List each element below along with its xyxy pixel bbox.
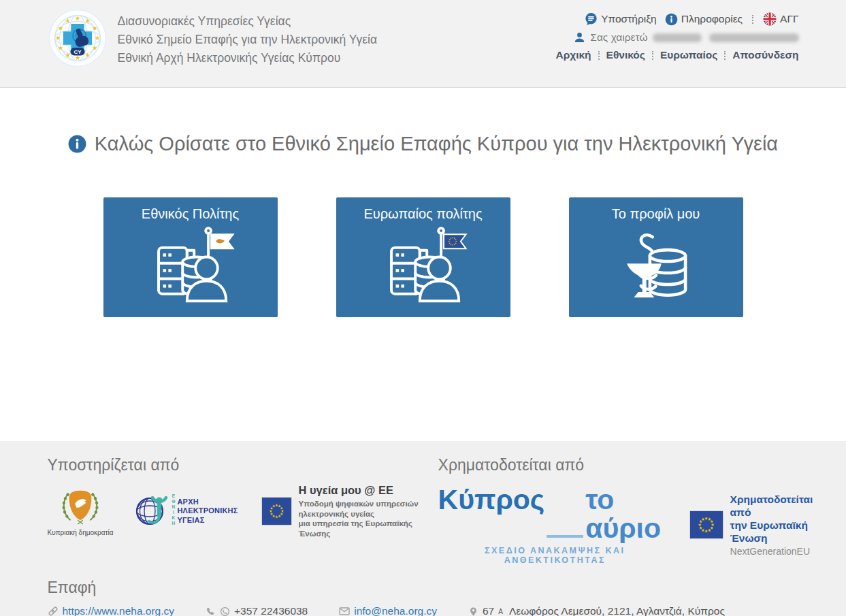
support-icon [585,12,598,26]
main-content: Καλώς Ορίσατε στο Εθνικό Σημείο Επαφής Κ… [0,88,846,441]
phone-icon [206,606,216,616]
address-item: 67ΑΛεωφόρος Λεμεσού, 2121, Αγλαντζιά, Κύ… [468,605,725,616]
card-national-citizen[interactable]: Εθνικός Πολίτης [103,197,278,317]
info-icon [665,13,678,26]
contact-title: Επαφή [48,579,799,597]
contact-row: https://www.neha.org.cy +357 22436038 [48,605,799,616]
support-label: Υποστήριξη [601,13,657,25]
info-label: Πληροφορίες [681,13,743,25]
user-greeting: Σας χαιρετώ [574,31,798,44]
myhealth-eu-subtitle: Υποδομή ψηφιακών υπηρεσιών ηλεκτρονικής … [299,499,438,519]
separator [598,51,600,60]
language-label: ΑΓΓ [780,13,798,25]
globe-person-icon [133,493,170,530]
myhealth-eu-logo: Η υγεία μου @ ΕΕ Υποδομή ψηφιακών υπηρεσ… [261,484,438,538]
brand-line-1: Διασυνοριακές Υπηρεσίες Υγείας [118,12,378,31]
myhealth-eu-title: Η υγεία μου @ ΕΕ [299,484,438,497]
brand-home-link[interactable]: CY Διασυνοριακές Υπηρεσίες Υγείας Εθνικό… [48,8,378,68]
phone-item: +357 22436038 [206,605,308,616]
my-profile-icon [609,222,703,306]
ehealth-authority-line: ΗΛΕΚΤΡΟΝΙΚΗΣ [177,506,238,516]
nav-home[interactable]: Αρχική [555,49,591,61]
site-logo-icon: CY [48,8,108,68]
cyprus-tomorrow-part1: Κύπρος [438,485,545,514]
eu-funding-line: την Ευρωπαϊκή Ένωση [730,519,822,545]
link-icon [48,606,59,616]
welcome-title: Καλώς Ορίσατε στο Εθνικό Σημείο Επαφής Κ… [95,133,778,155]
nav-european[interactable]: Ευρωπαίος [660,49,717,61]
cyprus-tomorrow-line [547,535,583,538]
website-label: https://www.neha.org.cy [63,605,175,616]
logo-country-code: CY [74,49,82,55]
website-link[interactable]: https://www.neha.org.cy [48,605,175,616]
footer: Υποστηρίζεται από [0,441,846,616]
support-link[interactable]: Υποστήριξη [585,12,657,26]
envelope-icon [339,606,350,616]
nav-national[interactable]: Εθνικός [606,49,645,61]
phone-label: +357 22436038 [234,605,308,616]
cards-row: Εθνικός Πολίτης [0,197,846,317]
ehealth-authority-logo: ΕΘΝΙΚΗ ΑΡΧΗ ΗΛΕΚΤΡΟΝΙΚΗΣ ΥΓΕΙΑΣ [133,493,238,530]
brand-line-2: Εθνικό Σημείο Επαφής για την Ηλεκτρονική… [118,31,378,49]
email-link[interactable]: info@neha.org.cy [339,605,437,616]
address-text: Λεωφόρος Λεμεσού, 2121, Αγλαντζιά, Κύπρο… [509,605,725,616]
ehealth-authority-line: ΥΓΕΙΑΣ [177,516,238,525]
cyprus-republic-caption: Κυπριακή δημοκρατία [48,529,114,536]
cyprus-tomorrow-part2: το αύριο [585,485,672,542]
phone-24h-icon [220,606,230,616]
cyprus-tomorrow-subtitle: ΣΧΕΔΙΟ ΑΝΑΚΑΜΨΗΣ ΚΑΙ ΑΝΘΕΚΤΙΚΟΤΗΤΑΣ [438,546,672,565]
info-icon [68,135,86,153]
brand-line-3: Εθνική Αρχή Ηλεκτρονικής Υγείας Κύπρου [118,49,378,67]
info-link[interactable]: Πληροφορίες [665,13,743,26]
ehealth-authority-line: ΑΡΧΗ [177,498,238,507]
myhealth-eu-subtitle: μια υπηρεσία της Ευρωπαϊκής Ένωσης [299,519,438,538]
main-nav: Αρχική Εθνικός Ευρωπαίος Αποσύνδεση [555,49,798,61]
separator [752,15,753,24]
eu-funding-logo: Χρηματοδοτείται από την Ευρωπαϊκή Ένωση … [689,493,822,557]
card-title: Εθνικός Πολίτης [103,206,278,222]
user-name-redacted [653,33,702,42]
card-title: Το προφίλ μου [569,206,743,222]
address-superscript: Α [498,608,503,615]
funded-by-title: Χρηματοδοτείται από [438,456,799,474]
card-title: Ευρωπαίος πολίτης [336,206,510,222]
cyprus-tomorrow-logo: Κύπρος το αύριο ΣΧΕΔΙΟ ΑΝΑΚΑΜΨΗΣ ΚΑΙ ΑΝΘ… [438,485,672,565]
header: CY Διασυνοριακές Υπηρεσίες Υγείας Εθνικό… [0,0,846,88]
email-label: info@neha.org.cy [354,605,437,616]
eu-flag-icon [261,497,292,525]
greeting-label: Σας χαιρετώ [590,31,647,44]
eu-flag-icon [689,510,723,539]
user-icon [574,31,585,44]
separator [724,51,726,60]
cyprus-republic-logo: Κυπριακή δημοκρατία [48,487,114,536]
ehealth-authority-vertical-label: ΕΘΝΙΚΗ [171,493,176,529]
address-number: 67 [483,605,494,616]
eu-funding-line: Χρηματοδοτείται από [730,493,822,519]
language-link[interactable]: ΑΓΓ [763,12,798,26]
eu-funding-nextgen: NextGenerationEU [730,546,822,557]
page: CY Διασυνοριακές Υπηρεσίες Υγείας Εθνικό… [0,0,846,616]
uk-flag-icon [763,12,777,26]
nav-logout[interactable]: Αποσύνδεση [732,49,798,61]
national-citizen-icon [144,222,238,306]
cyprus-coat-of-arms-icon [59,487,101,525]
separator [652,51,653,60]
header-right: Υποστήριξη Πληροφορίες [555,8,798,68]
location-pin-icon [468,606,478,616]
user-surname-redacted [709,33,799,42]
supported-by-title: Υποστηρίζεται από [48,456,438,474]
page-title: Καλώς Ορίσατε στο Εθνικό Σημείο Επαφής Κ… [0,88,846,155]
card-my-profile[interactable]: Το προφίλ μου [569,197,743,317]
european-citizen-icon [376,222,470,306]
card-european-citizen[interactable]: Ευρωπαίος πολίτης [336,197,510,317]
